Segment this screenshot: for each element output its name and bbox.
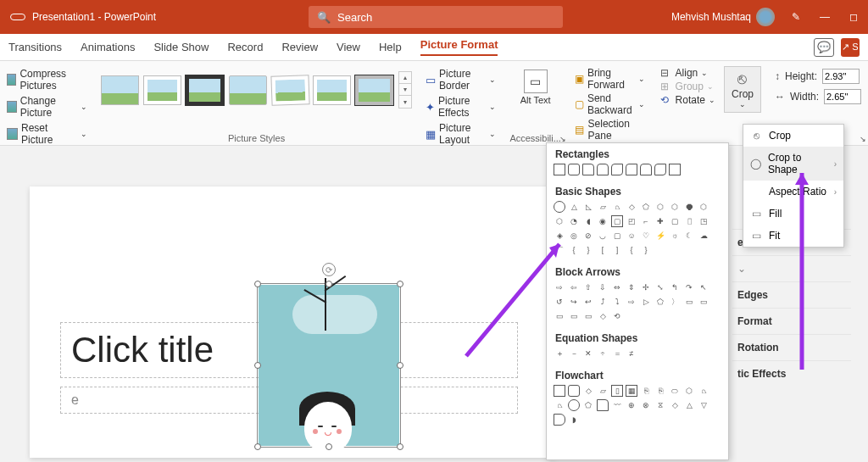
shape-arrow-curve-d[interactable]: ⤵ xyxy=(611,296,623,308)
shape-arrow-d[interactable]: ⇩ xyxy=(597,281,609,293)
fc-manual-op[interactable]: ⏢ xyxy=(554,399,565,411)
shape-arrow-lu[interactable]: ↖ xyxy=(698,281,709,293)
shape-dodecagon[interactable]: ⬡ xyxy=(554,215,565,227)
tab-picture-format[interactable]: Picture Format xyxy=(420,38,498,56)
shape-snip-diag[interactable] xyxy=(611,164,623,175)
resize-handle-bl[interactable] xyxy=(254,443,261,450)
dialog-launcher-icon[interactable]: ↘ xyxy=(860,135,866,143)
minimize-button[interactable]: — xyxy=(810,11,839,23)
format-row-2[interactable]: ⌄ xyxy=(732,255,851,281)
fc-offpage[interactable]: ⬠ xyxy=(582,399,594,411)
fc-alt-process[interactable] xyxy=(568,385,580,397)
height-field[interactable]: ↕Height: xyxy=(775,66,861,86)
selected-image[interactable]: ⟳ xyxy=(259,285,399,446)
shape-teardrop[interactable]: ◉ xyxy=(597,215,609,227)
shape-equal[interactable]: ＝ xyxy=(611,348,623,359)
shape-bracket-r[interactable]: } xyxy=(582,244,594,256)
send-backward-button[interactable]: ▢Send Backward ⌄ xyxy=(575,92,645,117)
fc-document[interactable]: ⎘ xyxy=(640,385,652,397)
fc-decision[interactable]: ◇ xyxy=(582,385,594,397)
fc-card[interactable] xyxy=(597,399,609,411)
fc-process[interactable] xyxy=(554,385,565,397)
fc-extract[interactable]: △ xyxy=(683,399,695,411)
shape-brace-d-r[interactable]: } xyxy=(640,244,652,256)
format-row-5[interactable]: Rotation xyxy=(732,334,851,360)
slide[interactable]: Click title e ⟳ xyxy=(30,186,555,458)
resize-handle-tl[interactable] xyxy=(254,281,261,287)
shape-cloud[interactable]: ☁ xyxy=(698,230,709,242)
shape-heart[interactable]: ♡ xyxy=(640,230,652,242)
crop-menu-crop[interactable]: ⎋Crop xyxy=(743,125,843,147)
shape-round2-rect[interactable] xyxy=(640,164,652,175)
shape-arrow-curve-u[interactable]: ⤴ xyxy=(597,296,609,308)
shape-pentagon[interactable]: ⬠ xyxy=(640,201,652,213)
shape-arrow-ud[interactable]: ⇕ xyxy=(626,281,637,293)
tab-animations[interactable]: Animations xyxy=(81,41,135,53)
resize-handle-br[interactable] xyxy=(397,443,403,450)
compress-pictures-button[interactable]: Compress Pictures xyxy=(7,66,87,93)
shape-snip2-rect[interactable] xyxy=(597,164,609,175)
picture-effects-button[interactable]: ✦Picture Effects ⌄ xyxy=(426,93,496,120)
shape-moon[interactable]: ☾ xyxy=(683,230,695,242)
shape-brace-r[interactable]: ] xyxy=(611,244,623,256)
shape-arrow-quad[interactable]: ✢ xyxy=(640,281,652,293)
shape-circular[interactable]: ⟲ xyxy=(611,310,623,322)
shape-chord[interactable]: ◖ xyxy=(582,215,594,227)
chevron-up-icon[interactable]: ▴ xyxy=(399,72,411,84)
fc-internal[interactable]: ▦ xyxy=(626,385,637,397)
group-button[interactable]: ⊞Group ⌄ xyxy=(660,80,715,93)
shape-arrow-curve-l[interactable]: ↩ xyxy=(582,296,594,308)
shape-arrow-u[interactable]: ⇧ xyxy=(582,281,594,293)
shape-not-equal[interactable]: ≠ xyxy=(626,348,637,359)
fc-predefined[interactable]: ▯ xyxy=(611,385,623,397)
fc-multidoc[interactable]: ⎘ xyxy=(654,385,666,397)
resize-handle-t[interactable] xyxy=(326,281,332,287)
shape-parallelogram[interactable]: ▱ xyxy=(597,201,609,213)
fc-sum[interactable]: ⊕ xyxy=(626,399,637,411)
style-thumb-7[interactable] xyxy=(355,75,393,105)
change-picture-button[interactable]: Change Picture ⌄ xyxy=(7,93,87,120)
shape-brace-l[interactable]: [ xyxy=(597,244,609,256)
chevron-down-icon[interactable]: ▾ xyxy=(399,84,411,96)
shape-frame[interactable]: ▢ xyxy=(611,215,623,227)
tab-help[interactable]: Help xyxy=(379,41,402,53)
user-area[interactable]: Mehvish Mushtaq xyxy=(671,8,775,26)
shape-hexagon[interactable]: ⬡ xyxy=(654,201,666,213)
resize-handle-b[interactable] xyxy=(326,443,332,450)
shape-rect[interactable] xyxy=(554,164,565,175)
shape-arrow-bent[interactable]: ↰ xyxy=(669,281,681,293)
tab-transitions[interactable]: Transitions xyxy=(8,41,62,53)
bring-forward-button[interactable]: ▣Bring Forward ⌄ xyxy=(575,66,645,92)
shape-diamond[interactable]: ◇ xyxy=(626,201,637,213)
shape-lightning[interactable]: ⚡ xyxy=(654,230,666,242)
tab-record[interactable]: Record xyxy=(227,41,263,53)
format-row-4[interactable]: Format xyxy=(732,308,851,334)
shape-block-arc[interactable]: ◡ xyxy=(597,230,609,242)
fc-manual-input[interactable]: ⏢ xyxy=(698,385,709,397)
fc-merge[interactable]: ▽ xyxy=(698,399,709,411)
more-icon[interactable]: ▾ xyxy=(399,96,411,108)
style-thumb-4[interactable] xyxy=(229,75,267,105)
fc-or[interactable]: ⊗ xyxy=(640,399,652,411)
shape-rounded-rect[interactable] xyxy=(568,164,580,175)
width-input[interactable] xyxy=(824,89,861,104)
shape-arrow-uturn[interactable]: ↷ xyxy=(683,281,695,293)
height-input[interactable] xyxy=(822,69,860,84)
fc-prep[interactable]: ⬡ xyxy=(683,385,695,397)
tab-slideshow[interactable]: Slide Show xyxy=(153,41,209,53)
fc-connector[interactable] xyxy=(568,399,580,411)
search-box[interactable]: 🔍 Search xyxy=(309,6,563,28)
fc-collate[interactable]: ⧖ xyxy=(654,399,666,411)
picture-layout-button[interactable]: ▦Picture Layout ⌄ xyxy=(426,120,496,148)
shape-plaque[interactable]: ▢ xyxy=(669,215,681,227)
resize-handle-tr[interactable] xyxy=(397,281,403,287)
autosave-toggle[interactable] xyxy=(10,14,25,20)
shape-round-diag[interactable] xyxy=(654,164,666,175)
shape-octagon[interactable]: ⯃ xyxy=(683,201,695,213)
shape-oval[interactable] xyxy=(554,201,565,213)
style-thumb-2[interactable] xyxy=(144,76,181,104)
shapes-flyout[interactable]: Rectangles Basic Shapes △ ◺ ▱ ⏢ ◇ ⬠ ⬡ ⬡ … xyxy=(546,142,729,460)
shape-arrow-bentu[interactable]: ↺ xyxy=(554,296,565,308)
shape-multiply[interactable]: ✕ xyxy=(582,348,594,359)
shape-striped-r[interactable]: ⇨ xyxy=(626,296,637,308)
